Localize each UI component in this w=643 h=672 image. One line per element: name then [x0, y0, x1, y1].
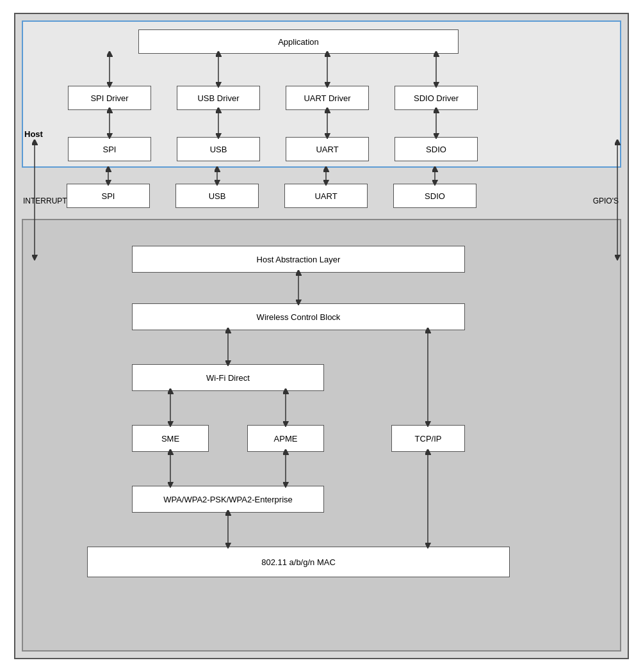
gpios-label: GPIO'S	[593, 196, 619, 205]
mac-box: 802.11 a/b/g/n MAC	[87, 547, 510, 577]
spi-driver-box: SPI Driver	[68, 86, 151, 110]
usb-host-box: USB	[177, 137, 260, 161]
wifi-direct-box: Wi-Fi Direct	[132, 364, 324, 391]
apme-box: APME	[247, 425, 324, 452]
sdio-dev-box: SDIO	[393, 184, 476, 208]
hal-box: Host Abstraction Layer	[132, 246, 465, 273]
uart-driver-box: UART Driver	[286, 86, 369, 110]
usb-dev-box: USB	[175, 184, 259, 208]
spi-dev-box: SPI	[67, 184, 150, 208]
tcpip-box: TCP/IP	[391, 425, 465, 452]
interrupt-label: INTERRUPT	[23, 196, 67, 205]
host-label: Host	[24, 129, 43, 139]
usb-driver-box: USB Driver	[177, 86, 260, 110]
host-region: Application SPI Driver USB Driver UART D…	[22, 20, 621, 168]
wpa-box: WPA/WPA2-PSK/WPA2-Enterprise	[132, 486, 324, 513]
sme-box: SME	[132, 425, 209, 452]
uart-dev-box: UART	[284, 184, 368, 208]
sdio-host-box: SDIO	[395, 137, 478, 161]
sdio-driver-box: SDIO Driver	[395, 86, 478, 110]
wcb-box: Wireless Control Block	[132, 303, 465, 330]
application-box: Application	[138, 29, 459, 54]
spi-host-box: SPI	[68, 137, 151, 161]
diagram-outer: Application SPI Driver USB Driver UART D…	[14, 13, 629, 659]
device-region: Host Abstraction Layer Wireless Control …	[22, 219, 621, 652]
uart-host-box: UART	[286, 137, 369, 161]
